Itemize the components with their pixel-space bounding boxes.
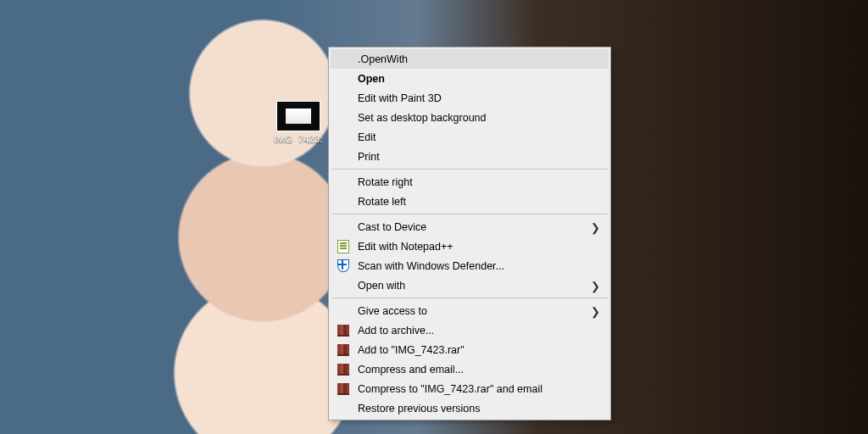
menu-item-add-to-rar[interactable]: Add to "IMG_7423.rar" [331, 340, 609, 359]
menu-item-label: Compress and email... [358, 364, 464, 376]
menu-item-label: Print [358, 151, 380, 163]
menu-item-label: Open [358, 73, 385, 85]
menu-item-edit-notepadpp[interactable]: Edit with Notepad++ [331, 236, 609, 256]
menu-item-edit[interactable]: Edit [331, 127, 609, 147]
menu-item-restore-versions[interactable]: Restore previous versions [331, 398, 609, 418]
menu-item-label: Edit with Notepad++ [358, 241, 453, 253]
notepadpp-icon [337, 240, 350, 253]
menu-item-add-archive[interactable]: Add to archive... [331, 320, 609, 340]
defender-shield-icon [337, 259, 350, 273]
menu-item-set-wallpaper[interactable]: Set as desktop background [331, 108, 609, 127]
menu-item-compress-email[interactable]: Compress and email... [331, 359, 609, 379]
chevron-right-icon: ❯ [591, 279, 600, 292]
file-label: IMG_7423. [270, 134, 326, 144]
menu-item-scan-defender[interactable]: Scan with Windows Defender... [331, 256, 609, 275]
menu-item-rotate-left[interactable]: Rotate left [331, 192, 609, 211]
menu-item-label: Scan with Windows Defender... [358, 260, 504, 272]
menu-item-label: .OpenWith [358, 53, 408, 65]
winrar-icon [337, 363, 350, 376]
chevron-right-icon: ❯ [591, 220, 600, 233]
winrar-icon [337, 343, 350, 357]
menu-item-print[interactable]: Print [331, 147, 609, 166]
menu-item-compress-rar-email[interactable]: Compress to "IMG_7423.rar" and email [331, 379, 609, 398]
menu-item-label: Add to archive... [358, 325, 434, 337]
desktop-wallpaper: IMG_7423. .OpenWith Open Edit with Paint… [0, 0, 868, 434]
menu-item-label: Restore previous versions [358, 403, 481, 415]
menu-item-label: Compress to "IMG_7423.rar" and email [358, 383, 542, 395]
menu-item-openwith-custom[interactable]: .OpenWith [331, 49, 609, 69]
menu-item-edit-paint3d[interactable]: Edit with Paint 3D [331, 88, 609, 108]
chevron-right-icon: ❯ [591, 304, 600, 317]
menu-item-label: Give access to [358, 305, 427, 317]
winrar-icon [337, 324, 350, 337]
menu-item-open[interactable]: Open [331, 69, 609, 88]
menu-item-label: Rotate right [358, 176, 413, 188]
menu-item-label: Edit [358, 131, 376, 143]
file-thumbnail [276, 101, 320, 131]
menu-item-label: Set as desktop background [358, 112, 487, 124]
desktop-file-icon[interactable]: IMG_7423. [270, 101, 326, 144]
menu-separator [331, 169, 608, 170]
menu-item-label: Add to "IMG_7423.rar" [358, 344, 465, 356]
winrar-icon [337, 382, 350, 396]
menu-item-label: Cast to Device [358, 221, 426, 233]
menu-item-open-with[interactable]: Open with ❯ [331, 275, 609, 295]
menu-item-label: Rotate left [358, 196, 406, 208]
menu-separator [331, 214, 608, 214]
menu-item-label: Open with [358, 280, 405, 292]
context-menu: .OpenWith Open Edit with Paint 3D Set as… [328, 47, 611, 420]
menu-item-rotate-right[interactable]: Rotate right [331, 172, 609, 192]
menu-item-give-access-to[interactable]: Give access to ❯ [331, 301, 609, 320]
menu-separator [331, 298, 608, 298]
menu-item-label: Edit with Paint 3D [358, 92, 442, 104]
menu-item-cast-to-device[interactable]: Cast to Device ❯ [331, 217, 609, 236]
